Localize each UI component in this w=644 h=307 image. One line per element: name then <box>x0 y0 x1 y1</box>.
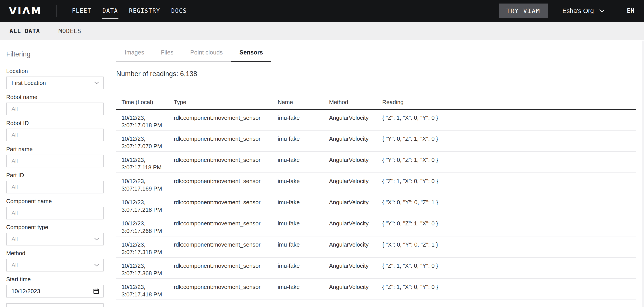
cell-time: 10/12/23, 3:07:17.418 PM <box>116 278 168 300</box>
cell-time: 10/12/23, 3:07:17.169 PM <box>116 173 168 194</box>
robot-name-field: Robot name <box>6 93 111 115</box>
start-time-input[interactable]: 03:07:00 PM <box>6 303 104 307</box>
part-name-field: Part name <box>6 145 111 168</box>
cell-name: imu-fake <box>272 130 324 152</box>
nav-item-data[interactable]: DATA <box>102 8 118 14</box>
nav-item-fleet[interactable]: FLEET <box>72 8 91 14</box>
main-panel: Images Files Point clouds Sensors Number… <box>111 40 644 307</box>
chevron-down-icon <box>94 238 99 240</box>
top-nav-right: TRY VIAM Esha's Org EM <box>499 4 635 18</box>
robot-id-field: Robot ID <box>6 119 111 141</box>
table-row: 10/12/23, 3:07:17.070 PM rdk:component:m… <box>116 130 636 152</box>
cell-time: 10/12/23, 3:07:17.318 PM <box>116 236 168 258</box>
filtering-sidebar: Filtering Location First Location Robot … <box>0 40 111 307</box>
try-viam-button[interactable]: TRY VIAM <box>499 4 548 18</box>
cell-time: 10/12/23, 3:07:17.018 PM <box>116 109 168 130</box>
method-select[interactable]: All <box>6 259 104 272</box>
filtering-title: Filtering <box>6 50 111 58</box>
robot-name-input[interactable] <box>12 106 99 112</box>
location-field: Location First Location <box>6 67 111 89</box>
cell-reading: { "Z": 1, "X": 0, "Y": 0 } <box>377 109 636 130</box>
chevron-down-icon <box>599 9 605 12</box>
table-row: 10/12/23, 3:07:17.169 PM rdk:component:m… <box>116 173 636 194</box>
top-nav-bar: VIΛM FLEET DATA REGISTRY DOCS TRY VIAM E… <box>0 0 644 22</box>
nav-item-docs[interactable]: DOCS <box>171 8 187 14</box>
cell-method: AngularVelocity <box>324 130 377 152</box>
part-id-input[interactable] <box>12 184 99 190</box>
primary-nav: FLEET DATA REGISTRY DOCS <box>72 8 187 14</box>
cell-type: rdk:component:movement_sensor <box>168 236 272 258</box>
cell-name: imu-fake <box>272 173 324 194</box>
cell-time: 10/12/23, 3:07:17.118 PM <box>116 152 168 173</box>
cell-method: AngularVelocity <box>324 173 377 194</box>
tab-sensors[interactable]: Sensors <box>231 49 272 62</box>
robot-id-label: Robot ID <box>6 119 111 127</box>
content-area: Filtering Location First Location Robot … <box>0 40 644 307</box>
cell-name: imu-fake <box>272 258 324 278</box>
cell-method: AngularVelocity <box>324 194 377 215</box>
tab-images[interactable]: Images <box>116 49 152 61</box>
method-label: Method <box>6 250 111 257</box>
table-row: 10/12/23, 3:07:17.218 PM rdk:component:m… <box>116 194 636 215</box>
cell-method: AngularVelocity <box>324 278 377 300</box>
cell-time: 10/12/23, 3:07:17.268 PM <box>116 215 168 236</box>
cell-time: 10/12/23, 3:07:17.368 PM <box>116 258 168 278</box>
table-row: 10/12/23, 3:07:17.018 PM rdk:component:m… <box>116 109 636 130</box>
robot-name-label: Robot name <box>6 93 111 101</box>
table-row: 10/12/23, 3:07:17.368 PM rdk:component:m… <box>116 258 636 278</box>
tab-files[interactable]: Files <box>152 49 182 61</box>
tab-all-data[interactable]: ALL DATA <box>10 28 40 34</box>
component-name-field: Component name <box>6 198 111 220</box>
part-name-input[interactable] <box>12 158 99 164</box>
table-row: 10/12/23, 3:07:17.418 PM rdk:component:m… <box>116 278 636 300</box>
tab-models[interactable]: MODELS <box>58 28 82 34</box>
robot-id-input-wrap <box>6 128 104 141</box>
start-date-input[interactable]: 10/12/2023 <box>6 285 104 298</box>
cell-name: imu-fake <box>272 236 324 258</box>
calendar-icon[interactable] <box>93 288 99 294</box>
start-time-field: Start time 10/12/2023 03:07:00 PM <box>6 276 111 307</box>
org-name: Esha's Org <box>562 7 594 14</box>
start-time-label: Start time <box>6 276 111 283</box>
cell-name: imu-fake <box>272 152 324 173</box>
cell-type: rdk:component:movement_sensor <box>168 258 272 278</box>
location-select[interactable]: First Location <box>6 76 104 89</box>
robot-id-input[interactable] <box>12 132 99 138</box>
table-row: 10/12/23, 3:07:17.268 PM rdk:component:m… <box>116 215 636 236</box>
cell-reading: { "X": 0, "Y": 0, "Z": 1 } <box>377 194 636 215</box>
col-header-time: Time (Local) <box>116 90 168 109</box>
cell-reading: { "Y": 0, "Z": 1, "X": 0 } <box>377 130 636 152</box>
part-id-input-wrap <box>6 181 104 194</box>
cell-type: rdk:component:movement_sensor <box>168 173 272 194</box>
component-type-label: Component type <box>6 224 111 231</box>
table-row: 10/12/23, 3:07:17.118 PM rdk:component:m… <box>116 152 636 173</box>
col-header-name: Name <box>272 90 324 109</box>
component-name-label: Component name <box>6 198 111 205</box>
cell-reading: { "Y": 0, "Z": 1, "X": 0 } <box>377 152 636 173</box>
tab-point-clouds[interactable]: Point clouds <box>182 49 231 61</box>
viam-logo[interactable]: VIΛM <box>9 6 42 16</box>
col-header-method: Method <box>324 90 377 109</box>
data-sub-nav: ALL DATA MODELS <box>0 22 644 40</box>
component-name-input-wrap <box>6 207 104 220</box>
cell-time: 10/12/23, 3:07:17.218 PM <box>116 194 168 215</box>
cell-name: imu-fake <box>272 215 324 236</box>
component-name-input[interactable] <box>12 210 99 216</box>
org-switcher[interactable]: Esha's Org <box>562 7 605 14</box>
cell-reading: { "Z": 1, "X": 0, "Y": 0 } <box>377 278 636 300</box>
nav-item-registry[interactable]: REGISTRY <box>129 8 160 14</box>
cell-name: imu-fake <box>272 109 324 130</box>
method-field: Method All <box>6 250 111 272</box>
cell-type: rdk:component:movement_sensor <box>168 152 272 173</box>
sensor-readings-table: Time (Local) Type Name Method Reading 10… <box>116 90 636 300</box>
part-name-label: Part name <box>6 145 111 153</box>
readings-count: Number of readings: 6,138 <box>116 70 644 78</box>
nav-divider <box>56 5 56 17</box>
cell-name: imu-fake <box>272 278 324 300</box>
table-row: 10/12/23, 3:07:17.318 PM rdk:component:m… <box>116 236 636 258</box>
user-avatar-initials[interactable]: EM <box>627 7 634 14</box>
vertical-scrollbar[interactable] <box>642 40 644 307</box>
cell-type: rdk:component:movement_sensor <box>168 215 272 236</box>
cell-method: AngularVelocity <box>324 236 377 258</box>
component-type-select[interactable]: All <box>6 233 104 246</box>
